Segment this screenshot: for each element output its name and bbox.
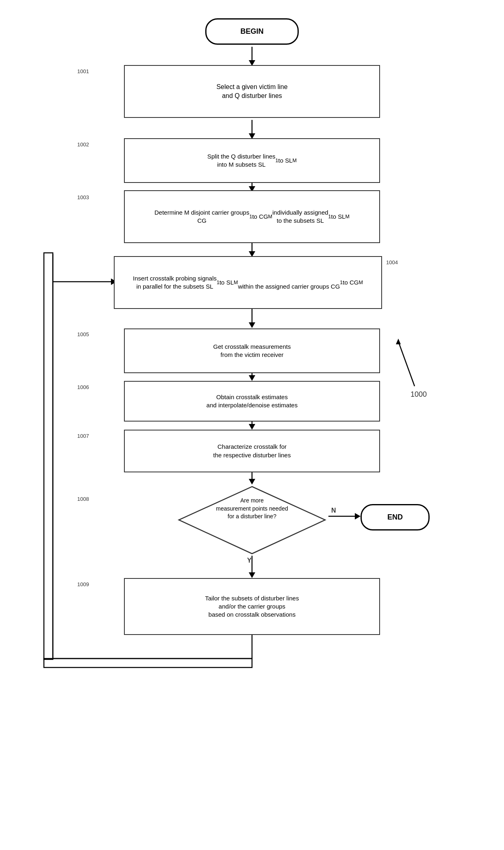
node-1002: Split the Q disturber linesinto M subset…	[124, 138, 380, 183]
svg-marker-15	[249, 479, 255, 485]
label-1004: 1004	[386, 259, 398, 265]
loop-label: 1000	[411, 390, 427, 399]
svg-line-25	[398, 341, 415, 386]
label-1009: 1009	[77, 581, 89, 587]
label-1007: 1007	[77, 433, 89, 439]
flowchart: BEGIN 1001 Select a given victim lineand…	[0, 0, 504, 850]
loop-border	[0, 0, 504, 850]
node-1001: Select a given victim lineand Q disturbe…	[124, 65, 380, 118]
label-1001: 1001	[77, 68, 89, 74]
label-1002: 1002	[77, 141, 89, 148]
svg-rect-29	[44, 659, 252, 667]
svg-marker-9	[249, 322, 255, 328]
node-1003: Determine M disjoint carrier groupsCG1 t…	[124, 190, 380, 243]
svg-marker-17	[355, 513, 361, 520]
svg-marker-11	[249, 375, 255, 381]
node-1005: Get crosstalk measurementsfrom the victi…	[124, 328, 380, 373]
node-1008: Are moremeasurement points neededfor a d…	[176, 485, 328, 556]
svg-marker-26	[396, 339, 401, 344]
label-1003: 1003	[77, 194, 89, 200]
branch-n-label: N	[331, 507, 336, 514]
diamond-shape: Are moremeasurement points neededfor a d…	[176, 485, 328, 556]
label-1005: 1005	[77, 331, 89, 337]
node-1006: Obtain crosstalk estimatesand interpolat…	[124, 381, 380, 422]
svg-marker-13	[249, 424, 255, 430]
node-1004: Insert crosstalk probing signalsin paral…	[114, 256, 382, 309]
begin-node: BEGIN	[205, 18, 299, 45]
node-1007: Characterize crosstalk forthe respective…	[124, 430, 380, 472]
label-1006: 1006	[77, 384, 89, 390]
branch-y-label: Y	[247, 557, 252, 564]
label-1008: 1008	[77, 496, 89, 502]
end-node: END	[361, 504, 430, 530]
node-1009: Tailor the subsets of disturber linesand…	[124, 578, 380, 635]
flowchart-lines	[0, 0, 504, 850]
svg-rect-28	[44, 253, 53, 659]
svg-marker-19	[249, 572, 255, 578]
